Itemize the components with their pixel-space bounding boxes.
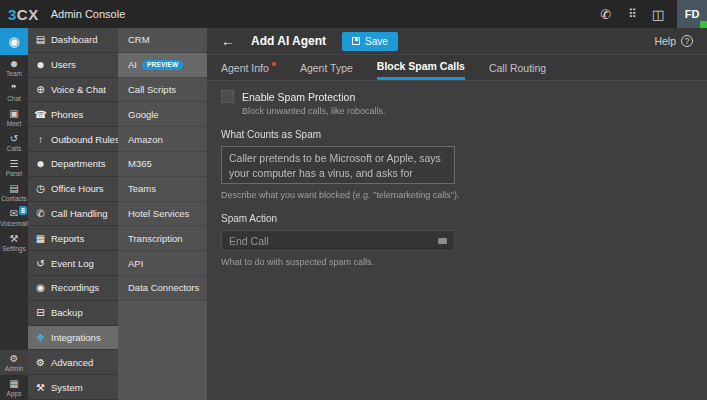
spam-form: Enable Spam Protection Block unwanted ca… <box>207 81 707 276</box>
submenu-item-call-scripts[interactable]: Call Scripts <box>118 78 207 103</box>
reports-icon: ▦ <box>34 233 47 244</box>
logo-3: 3 <box>8 6 17 23</box>
avatar-initials: FD <box>685 8 700 20</box>
phone-icon[interactable]: ✆ <box>593 7 619 22</box>
admin-console-app: 3CX Admin Console ✆ ⠿ ◫ FD ◉ ☻ Team ❞ Ch… <box>0 0 707 400</box>
action-help-text: What to do with suspected spam calls. <box>221 257 693 267</box>
clock-icon: ◷ <box>34 183 47 194</box>
panel-icon: ☰ <box>10 158 19 169</box>
save-button[interactable]: Save <box>342 32 398 51</box>
sidebar-item-dashboard[interactable]: ▤ Dashboard <box>28 28 118 53</box>
sidebar-item-reports[interactable]: ▦ Reports <box>28 226 118 251</box>
book-icon[interactable]: ◫ <box>645 7 671 22</box>
required-indicator <box>272 62 276 66</box>
submenu-item-m365[interactable]: M365 <box>118 152 207 177</box>
rail-item-admin[interactable]: ⚙ Admin <box>0 350 28 375</box>
rail-item-panel[interactable]: ☰ Panel <box>0 155 28 180</box>
sidebar-item-recordings[interactable]: ◉ Recordings <box>28 276 118 301</box>
spam-action-value: End Call <box>229 235 438 247</box>
settings-icon: ⚒ <box>10 233 19 244</box>
tab-call-routing[interactable]: Call Routing <box>489 55 546 80</box>
sidebar-item-voice-chat[interactable]: ⊕ Voice & Chat <box>28 78 118 103</box>
dropdown-icon <box>438 238 447 244</box>
dialpad-icon[interactable]: ⠿ <box>619 7 645 21</box>
rail-item-apps[interactable]: ▦ Apps <box>0 375 28 400</box>
sidebar-item-integrations[interactable]: ❖ Integrations <box>28 326 118 351</box>
submenu-item-amazon[interactable]: Amazon <box>118 127 207 152</box>
spam-action-label: Spam Action <box>221 213 693 224</box>
sidebar-item-users[interactable]: ☻ Users <box>28 53 118 78</box>
voicemail-badge: 8 <box>19 206 27 215</box>
sidebar-item-office-hours[interactable]: ◷ Office Hours <box>28 177 118 202</box>
rail-item-meet[interactable]: ▣ Meet <box>0 105 28 130</box>
phones-icon: ☎ <box>34 109 47 120</box>
integrations-submenu: CRM AI PREVIEW Call Scripts Google Amazo… <box>118 28 207 400</box>
gear-icon: ⚙ <box>34 357 47 368</box>
sidebar-item-outbound-rules[interactable]: ↑ Outbound Rules <box>28 127 118 152</box>
enable-spam-protection-checkbox[interactable] <box>221 90 234 103</box>
sidebar-item-backup[interactable]: ⊟ Backup <box>28 301 118 326</box>
departments-icon: ☻ <box>34 158 47 169</box>
calls-icon: ↺ <box>10 133 18 144</box>
preview-badge: PREVIEW <box>142 60 183 70</box>
submenu-item-data-connectors[interactable]: Data Connectors <box>118 276 207 301</box>
tab-block-spam-calls[interactable]: Block Spam Calls <box>377 55 465 80</box>
chat-icon: ❞ <box>11 83 16 94</box>
submenu-item-ai[interactable]: AI PREVIEW <box>118 53 207 78</box>
help-button[interactable]: Help ? <box>654 35 693 47</box>
dashboard-icon: ▤ <box>34 34 47 45</box>
sidebar-item-call-handling[interactable]: ✆ Call Handling <box>28 202 118 227</box>
puzzle-icon: ❖ <box>34 332 47 343</box>
back-arrow-icon[interactable]: ← <box>221 33 235 49</box>
user-avatar[interactable]: FD <box>677 0 707 28</box>
tab-bar: Agent Info Agent Type Block Spam Calls C… <box>207 55 707 81</box>
meet-icon: ▣ <box>9 108 18 119</box>
history-icon: ↺ <box>34 258 47 269</box>
spam-action-select[interactable]: End Call <box>221 230 455 251</box>
enable-spam-protection-label: Enable Spam Protection <box>242 91 355 103</box>
spam-help-text: Describe what you want blocked (e.g. "te… <box>221 190 693 200</box>
sidebar-item-system[interactable]: ⚒ System <box>28 375 118 400</box>
rail-item-admin-console[interactable]: ◉ <box>0 28 28 55</box>
submenu-item-transcription[interactable]: Transcription <box>118 226 207 251</box>
up-arrow-icon: ↑ <box>34 134 47 145</box>
save-icon <box>352 37 360 45</box>
icon-rail: ◉ ☻ Team ❞ Chat ▣ Meet ↺ Calls ☰ Panel <box>0 28 28 400</box>
body: ◉ ☻ Team ❞ Chat ▣ Meet ↺ Calls ☰ Panel <box>0 28 707 400</box>
admin-console-icon: ◉ <box>8 36 19 47</box>
tab-agent-type[interactable]: Agent Type <box>300 55 353 80</box>
rail-item-team[interactable]: ☻ Team <box>0 55 28 80</box>
enable-spam-protection-row[interactable]: Enable Spam Protection <box>221 90 693 103</box>
handset-icon: ✆ <box>34 208 47 219</box>
tab-agent-info[interactable]: Agent Info <box>221 55 276 80</box>
submenu-item-crm[interactable]: CRM <box>118 28 207 53</box>
record-icon: ◉ <box>34 282 47 293</box>
sidebar: ▤ Dashboard ☻ Users ⊕ Voice & Chat ☎ Pho… <box>28 28 118 400</box>
rail-item-contacts[interactable]: ▤ Contacts <box>0 180 28 205</box>
rail-item-settings[interactable]: ⚒ Settings <box>0 230 28 255</box>
sidebar-item-advanced[interactable]: ⚙ Advanced <box>28 350 118 375</box>
spam-description-textarea[interactable] <box>221 146 455 184</box>
submenu-item-google[interactable]: Google <box>118 102 207 127</box>
apps-icon: ▦ <box>9 378 18 389</box>
rail-item-calls[interactable]: ↺ Calls <box>0 130 28 155</box>
sidebar-item-event-log[interactable]: ↺ Event Log <box>28 251 118 276</box>
topbar: 3CX Admin Console ✆ ⠿ ◫ FD <box>0 0 707 28</box>
help-icon: ? <box>681 35 693 47</box>
rail-item-chat[interactable]: ❞ Chat <box>0 80 28 105</box>
logo-cx: CX <box>17 6 39 23</box>
status-indicator <box>700 21 707 28</box>
contacts-icon: ▤ <box>9 183 18 194</box>
globe-icon: ⊕ <box>34 84 47 95</box>
sidebar-item-departments[interactable]: ☻ Departments <box>28 152 118 177</box>
what-counts-as-spam-label: What Counts as Spam <box>221 129 693 140</box>
submenu-item-teams[interactable]: Teams <box>118 177 207 202</box>
rail-item-voicemail[interactable]: 8 ✉ Voicemail <box>0 205 28 230</box>
checkbox-help-text: Block unwanted calls, like robocalls. <box>242 106 693 116</box>
app-title: Admin Console <box>51 8 126 20</box>
backup-icon: ⊟ <box>34 307 47 318</box>
submenu-item-api[interactable]: API <box>118 251 207 276</box>
team-icon: ☻ <box>9 58 20 69</box>
sidebar-item-phones[interactable]: ☎ Phones <box>28 102 118 127</box>
submenu-item-hotel-services[interactable]: Hotel Services <box>118 202 207 227</box>
